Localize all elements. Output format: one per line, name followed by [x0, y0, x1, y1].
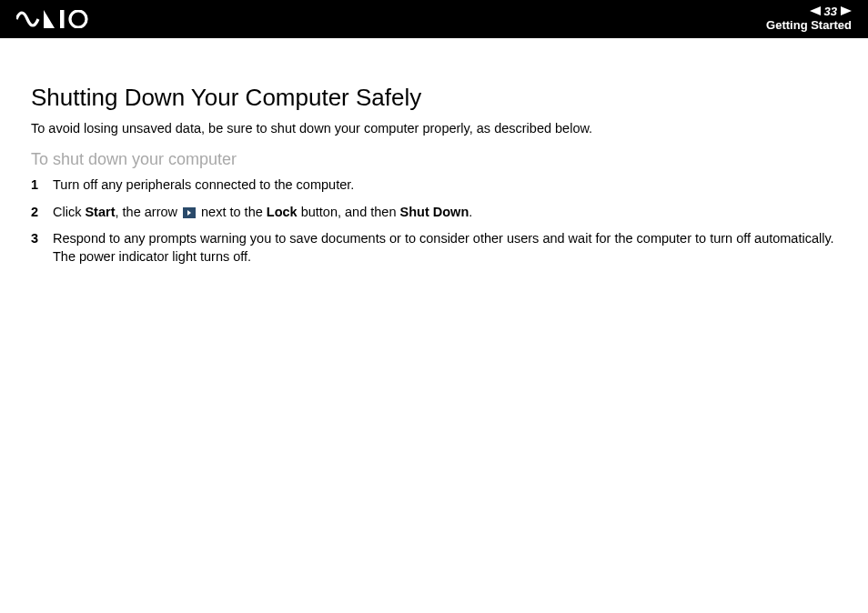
svg-rect-0: [60, 10, 65, 28]
subtitle: To shut down your computer: [31, 150, 837, 169]
next-page-arrow-icon[interactable]: [841, 5, 852, 19]
svg-point-1: [70, 11, 86, 27]
page-number: 33: [824, 5, 837, 19]
page-content: Shutting Down Your Computer Safely To av…: [0, 38, 868, 266]
step-text: Click Start, the arrow next to the Lock …: [53, 204, 472, 222]
intro-text: To avoid losing unsaved data, be sure to…: [31, 121, 837, 136]
section-label: Getting Started: [766, 19, 852, 33]
arrow-button-icon: [183, 207, 196, 218]
page-nav: 33: [810, 5, 852, 19]
step-item: Click Start, the arrow next to the Lock …: [31, 204, 837, 222]
step-item: Turn off any peripherals connected to th…: [31, 176, 837, 195]
header-bar: 33 Getting Started: [0, 0, 868, 38]
page-title: Shutting Down Your Computer Safely: [31, 84, 837, 112]
steps-list: Turn off any peripherals connected to th…: [31, 176, 837, 266]
prev-page-arrow-icon[interactable]: [810, 5, 821, 19]
step-text: Respond to any prompts warning you to sa…: [53, 230, 834, 266]
step-text: Turn off any peripherals connected to th…: [53, 176, 354, 195]
header-right: 33 Getting Started: [766, 5, 852, 33]
vaio-logo: [16, 10, 98, 28]
step-item: Respond to any prompts warning you to sa…: [31, 230, 837, 266]
